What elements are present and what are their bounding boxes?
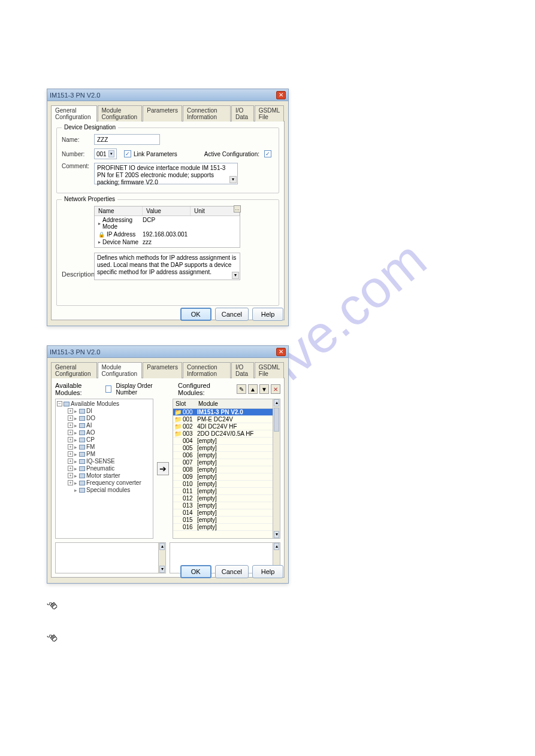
edit-icon[interactable]: ✎ <box>237 384 246 394</box>
display-order-label: Display Order Number <box>116 382 165 396</box>
scroll-up-icon[interactable]: ▴ <box>274 543 279 550</box>
scrollbar[interactable]: ▴ ▾ <box>273 399 280 538</box>
cell-value: DCP <box>143 217 191 230</box>
expand-icon[interactable]: + <box>68 459 73 464</box>
scroll-down-icon[interactable]: ▾ <box>232 272 239 279</box>
table-header: Name Value Unit <box>95 207 240 216</box>
module-icon <box>79 452 85 457</box>
tree-item[interactable]: +▸AO <box>68 429 152 436</box>
scroll-down-icon[interactable]: ▾ <box>159 566 165 573</box>
tab-gsdml-file[interactable]: GSDML File <box>255 362 284 378</box>
tree-item[interactable]: +▸DO <box>68 415 152 422</box>
table-row[interactable]: 009[empty] <box>173 473 280 481</box>
expand-icon[interactable]: + <box>68 451 73 457</box>
tab-parameters[interactable]: Parameters <box>143 105 182 122</box>
table-row[interactable]: 📁0024DI DC24V HF <box>173 423 280 430</box>
move-up-icon[interactable]: ▲ <box>248 384 258 394</box>
expand-icon[interactable]: + <box>68 423 73 428</box>
expand-icon[interactable]: + <box>68 430 73 435</box>
link-parameters-label: Link Parameters <box>134 151 177 157</box>
close-icon[interactable]: ✕ <box>276 348 286 356</box>
tab-connection-information[interactable]: Connection Information <box>183 105 231 122</box>
tree-item[interactable]: ▸Special modules <box>68 487 152 494</box>
link-parameters-checkbox[interactable]: ✓ <box>124 150 131 157</box>
table-row[interactable]: 005[empty] <box>173 445 280 452</box>
tab-io-data[interactable]: I/O Data <box>231 362 254 378</box>
collapse-icon[interactable]: − <box>57 401 62 406</box>
table-row[interactable]: 📁0032DO DC24V/0.5A HF <box>173 430 280 438</box>
scroll-thumb[interactable] <box>274 408 279 432</box>
dialog-general-config: IM151-3 PN V2.0 ✕ General Configuration … <box>47 89 289 326</box>
folder-icon: 📁 <box>174 423 182 430</box>
table-row[interactable]: 006[empty] <box>173 452 280 459</box>
help-button[interactable]: Help <box>252 308 283 321</box>
dialog-title: IM151-3 PN V2.0 <box>50 92 100 99</box>
table-row[interactable]: 📁001PM-E DC24V <box>173 416 280 423</box>
display-order-checkbox[interactable]: ✓ <box>105 385 111 393</box>
table-row[interactable]: 013[empty] <box>173 502 280 509</box>
tab-io-data[interactable]: I/O Data <box>231 105 254 122</box>
tree-item[interactable]: +▸Motor starter <box>68 472 152 479</box>
tree-item[interactable]: +▸FM <box>68 444 152 451</box>
delete-icon[interactable]: ✕ <box>271 384 280 394</box>
ok-button[interactable]: OK <box>180 308 211 321</box>
expand-icon[interactable]: + <box>68 466 73 471</box>
expand-icon[interactable]: + <box>68 444 73 450</box>
tab-connection-information[interactable]: Connection Information <box>183 362 231 378</box>
name-input[interactable] <box>94 134 160 145</box>
move-down-icon[interactable]: ▼ <box>259 384 269 394</box>
scroll-down-icon[interactable]: ▾ <box>229 176 237 183</box>
ok-button[interactable]: OK <box>180 565 211 578</box>
table-row[interactable]: 014[empty] <box>173 509 280 517</box>
tab-parameters[interactable]: Parameters <box>143 362 182 378</box>
tree-item[interactable]: +▸IQ-SENSE <box>68 458 152 465</box>
available-modules-label: Available Modules: <box>55 382 102 396</box>
close-icon[interactable]: ✕ <box>276 91 286 99</box>
add-module-button[interactable]: ➔ <box>157 462 169 475</box>
table-row[interactable]: ▸Addressing Mode DCP <box>95 216 240 230</box>
tab-module-configuration[interactable]: Module Configuration <box>98 362 143 378</box>
table-row[interactable]: 012[empty] <box>173 495 280 502</box>
expand-icon[interactable]: + <box>68 408 73 414</box>
table-row[interactable]: 015[empty] <box>173 517 280 524</box>
tree-item[interactable]: +▸Pneumatic <box>68 465 152 472</box>
table-row[interactable]: 007[empty] <box>173 459 280 466</box>
number-dropdown[interactable]: 001 ▾ <box>94 148 117 159</box>
active-configuration-checkbox[interactable]: ✓ <box>264 150 271 157</box>
comment-textarea[interactable]: PROFINET IO device interface module IM 1… <box>94 163 238 184</box>
tab-general-configuration[interactable]: General Configuration <box>51 105 97 122</box>
expand-icon[interactable]: … <box>234 205 241 212</box>
table-row[interactable]: 010[empty] <box>173 481 280 488</box>
expand-icon[interactable]: + <box>68 480 73 485</box>
description-textarea[interactable]: Defines which methods for IP address ass… <box>94 253 240 280</box>
scroll-up-icon[interactable]: ▴ <box>274 399 279 406</box>
expand-icon[interactable]: + <box>68 437 73 442</box>
tabs: General Configuration Module Configurati… <box>51 105 285 121</box>
available-modules-tree[interactable]: −Available Modules +▸DI +▸DO +▸AI +▸AO +… <box>55 399 153 539</box>
th-unit: Unit <box>191 207 240 215</box>
tree-item[interactable]: +▸DI <box>68 408 152 415</box>
scrollbar[interactable]: ▴ ▾ <box>158 543 165 573</box>
help-button[interactable]: Help <box>252 565 283 578</box>
table-row[interactable]: 016[empty] <box>173 524 280 531</box>
tree-item[interactable]: +▸PM <box>68 451 152 458</box>
table-row[interactable]: 008[empty] <box>173 466 280 473</box>
table-row[interactable]: 011[empty] <box>173 488 280 495</box>
table-row[interactable]: 🔒IP Address 192.168.003.001 <box>95 230 240 238</box>
tree-item[interactable]: +▸Frequency converter <box>68 479 152 487</box>
cancel-button[interactable]: Cancel <box>215 565 249 578</box>
table-row[interactable]: ▸Device Name zzz <box>95 238 240 246</box>
comment-text: PROFINET IO device interface module IM 1… <box>97 165 225 186</box>
scroll-down-icon[interactable]: ▾ <box>274 531 279 538</box>
tab-gsdml-file[interactable]: GSDML File <box>255 105 284 122</box>
scroll-up-icon[interactable]: ▴ <box>159 543 165 550</box>
expand-icon[interactable]: + <box>68 415 73 421</box>
table-row[interactable]: 004[empty] <box>173 438 280 445</box>
expand-icon[interactable]: + <box>68 473 73 478</box>
tab-general-configuration[interactable]: General Configuration <box>51 362 97 378</box>
cancel-button[interactable]: Cancel <box>215 308 249 321</box>
tree-item[interactable]: +▸AI <box>68 422 152 429</box>
tree-item[interactable]: +▸CP <box>68 436 152 444</box>
tab-module-configuration[interactable]: Module Configuration <box>98 105 143 122</box>
table-row[interactable]: 📁000IM151-3 PN V2.0 <box>173 409 280 416</box>
